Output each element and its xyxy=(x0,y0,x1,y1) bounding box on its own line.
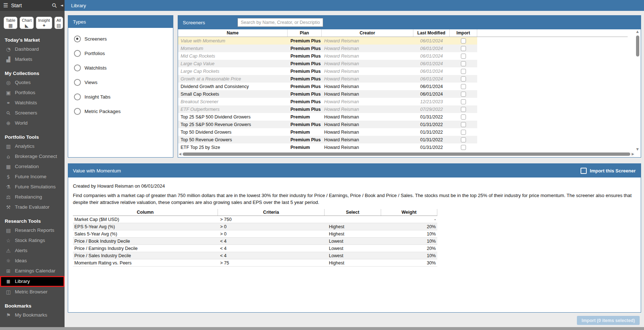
cell-plan: Premium xyxy=(288,114,322,120)
type-option-insight-tabs[interactable]: Insight Tabs xyxy=(74,93,173,100)
table-row-large-cap-value[interactable]: Large Cap ValuePremium PlusHoward Reisma… xyxy=(178,60,477,67)
sidebar-item-dashboard[interactable]: ◔Dashboard xyxy=(0,44,65,54)
table-row-etf-outperformers[interactable]: ETF OutperformersPremium PlusHoward Reis… xyxy=(178,105,477,113)
hamburger-icon[interactable]: ☰ xyxy=(3,3,8,8)
column-header-plan[interactable]: Plan xyxy=(288,29,322,37)
import-checkbox[interactable] xyxy=(461,99,466,104)
sidebar-item-quotes[interactable]: ◎Quotes xyxy=(0,78,65,88)
table-row-growth-at-a-reasonable-price[interactable]: Growth at a Reasonable PricePremium Plus… xyxy=(178,75,477,83)
import-checkbox[interactable] xyxy=(461,61,466,66)
import-selected-button[interactable]: Import (0 items selected) xyxy=(577,316,640,325)
sidebar-item-screeners[interactable]: ⚲Screeners xyxy=(0,108,65,118)
import-checkbox[interactable] xyxy=(461,92,466,97)
type-option-metric-packages[interactable]: Metric Packages xyxy=(74,108,173,115)
criteria-cell-criteria: > 750 xyxy=(218,217,325,222)
column-header-creator[interactable]: Creator xyxy=(322,29,413,37)
sidebar-item-trade-evaluator[interactable]: ⚒Trade Evaluator xyxy=(0,202,65,212)
radio-metric-packages[interactable] xyxy=(74,108,81,115)
type-option-views[interactable]: Views xyxy=(74,79,173,86)
scroll-right-arrow-icon[interactable]: ▶ xyxy=(632,153,634,156)
sidebar-item-correlation[interactable]: ▦Correlation xyxy=(0,162,65,172)
column-header-last-modified[interactable]: Last Modified xyxy=(413,29,450,37)
import-checkbox[interactable] xyxy=(461,145,466,150)
criteria-row-market-cap-m-usd: Market Cap ($M USD)> 750- xyxy=(73,216,437,223)
import-checkbox[interactable] xyxy=(461,107,466,112)
collapse-sidebar-arrow-icon[interactable]: ◄ xyxy=(60,4,63,7)
import-checkbox[interactable] xyxy=(461,114,466,120)
horizontal-scrollbar-thumb[interactable] xyxy=(183,153,630,156)
import-checkbox[interactable] xyxy=(461,69,466,74)
sidebar-item-analytics[interactable]: ▥Analytics xyxy=(0,141,65,151)
table-row-top-25-s-p-500-revenue-growers[interactable]: Top 25 S&P 500 Revenue GrowersPremium Pl… xyxy=(178,121,477,128)
import-this-screener[interactable]: Import this Screener xyxy=(581,168,636,174)
radio-views[interactable] xyxy=(74,79,81,86)
table-row-top-50-revenue-growers[interactable]: Top 50 Revenue GrowersPremium PlusHoward… xyxy=(178,136,477,143)
import-checkbox[interactable] xyxy=(461,122,466,127)
sidebar-item-ideas[interactable]: ☼Ideas xyxy=(0,256,65,266)
sidebar-item-markets[interactable]: ▟Markets xyxy=(0,54,65,64)
sidebar-item-rebalancing[interactable]: ⚖Rebalancing xyxy=(0,192,65,202)
sidebar-item-alerts[interactable]: ⚠Alerts xyxy=(0,246,65,256)
sidebar: Table▦Chart◣Insight✦All▤ Today's Market◔… xyxy=(0,11,65,327)
table-row-top-50-dividend-growers[interactable]: Top 50 Dividend GrowersPremiumHoward Rei… xyxy=(178,128,477,136)
table-row-dividend-growth-and-consistency[interactable]: Dividend Growth and ConsistencyPremium P… xyxy=(178,83,477,90)
table-row-large-cap-rockets[interactable]: Large Cap RocketsPremium PlusHoward Reis… xyxy=(178,67,477,75)
table-row-small-cap-rockets[interactable]: Small Cap RocketsPremium PlusHoward Reis… xyxy=(178,90,477,98)
radio-watchlists[interactable] xyxy=(74,64,81,71)
sidebar-item-future-simulations[interactable]: ⚗Future Simulations xyxy=(0,182,65,192)
sidebar-item-future-income[interactable]: $Future Income xyxy=(0,172,65,182)
import-checkbox[interactable] xyxy=(461,130,466,135)
column-header-import[interactable]: Import xyxy=(450,29,477,37)
table-row-mid-cap-rockets[interactable]: Mid Cap RocketsPremium PlusHoward Reisma… xyxy=(178,52,477,60)
import-checkbox[interactable] xyxy=(461,46,466,51)
cell-creator: Howard Reisman xyxy=(322,69,413,74)
radio-screeners[interactable] xyxy=(74,35,81,42)
quick-button-table[interactable]: Table▦ xyxy=(4,17,17,29)
table-row-momentum[interactable]: MomentumPremium PlusHoward Reisman06/01/… xyxy=(178,45,477,52)
import-checkbox[interactable] xyxy=(461,137,466,142)
quick-button-chart[interactable]: Chart◣ xyxy=(20,17,34,29)
quick-button-insight[interactable]: Insight✦ xyxy=(36,17,52,29)
sidebar-item-label: Screeners xyxy=(15,110,37,116)
search-input[interactable] xyxy=(238,18,323,27)
search-icon[interactable]: ⚲ xyxy=(51,2,58,9)
sidebar-item-world[interactable]: ⊕World xyxy=(0,118,65,128)
scroll-down-arrow-icon[interactable]: ▼ xyxy=(636,148,639,151)
sidebar-item-watchlists[interactable]: ⚭Watchlists xyxy=(0,98,65,108)
sidebar-item-earnings-calendar[interactable]: ⊞Earnings Calendar xyxy=(0,266,65,276)
table-row-etf-top-25-by-size[interactable]: ETF Top 25 by SizePremiumHoward Reisman0… xyxy=(178,143,477,151)
quick-button-all[interactable]: All▤ xyxy=(54,17,63,29)
criteria-cell-criteria: < 4 xyxy=(218,239,325,244)
sidebar-item-research-reports[interactable]: ▤Research Reports xyxy=(0,225,65,235)
sidebar-item-portfolios[interactable]: ▣Portfolios xyxy=(0,88,65,98)
scroll-left-arrow-icon[interactable]: ◀ xyxy=(179,153,181,156)
import-this-screener-checkbox[interactable] xyxy=(581,168,587,174)
sidebar-item-my-bookmarks[interactable]: ⚑My Bookmarks xyxy=(0,310,65,320)
table-row-value-with-momentum[interactable]: Value with MomentumPremium PlusHoward Re… xyxy=(178,37,477,45)
table-row-top-25-s-p-500-dividend-growers[interactable]: Top 25 S&P 500 Dividend GrowersPremiumHo… xyxy=(178,113,477,121)
import-checkbox[interactable] xyxy=(461,76,466,82)
import-checkbox[interactable] xyxy=(461,54,466,59)
sidebar-item-metric-browser[interactable]: ◫Metric Browser xyxy=(0,287,65,297)
radio-portfolios[interactable] xyxy=(74,50,81,57)
criteria-cell-criteria: > 0 xyxy=(218,231,325,237)
import-checkbox[interactable] xyxy=(461,38,466,43)
cell-last-modified: 01/31/2022 xyxy=(413,122,450,127)
criteria-row-momentum-rating-vs-peers: Momentum Rating vs. Peers> 75Highest30% xyxy=(73,259,437,267)
stock-ratings-icon: ☆ xyxy=(5,238,12,243)
sidebar-item-stock-ratings[interactable]: ☆Stock Ratings xyxy=(0,235,65,246)
radio-insight-tabs[interactable] xyxy=(74,93,81,100)
import-checkbox[interactable] xyxy=(461,84,466,89)
cell-name: Value with Momentum xyxy=(178,38,288,43)
type-option-screeners[interactable]: Screeners xyxy=(74,35,173,42)
scroll-up-arrow-icon[interactable]: ▲ xyxy=(636,30,639,33)
cell-name: Top 50 Dividend Growers xyxy=(178,130,288,135)
vertical-scrollbar-thumb[interactable] xyxy=(636,35,639,57)
type-option-portfolios[interactable]: Portfolios xyxy=(74,50,173,57)
cell-last-modified: 01/31/2022 xyxy=(413,130,450,135)
table-row-breakout-screener[interactable]: Breakout ScreenerPremium PlusHoward Reis… xyxy=(178,98,477,105)
sidebar-item-library[interactable]: ≣Library xyxy=(0,276,65,287)
column-header-name[interactable]: Name xyxy=(178,29,288,37)
sidebar-item-brokerage-connect[interactable]: ⌂Brokerage Connect xyxy=(0,151,65,162)
type-option-watchlists[interactable]: Watchlists xyxy=(74,64,173,71)
